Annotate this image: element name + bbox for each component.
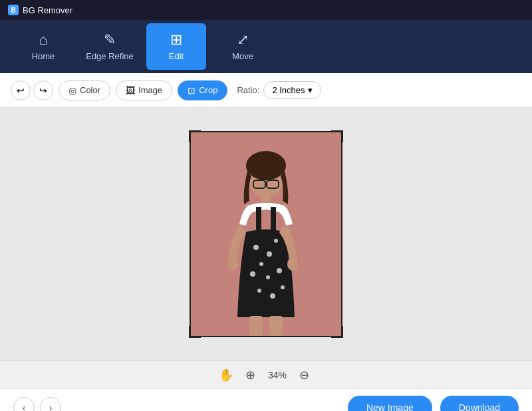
home-icon: ⌂ <box>39 33 47 47</box>
crop-button[interactable]: ⊡ Crop <box>178 80 227 100</box>
undo-button[interactable]: ↩ <box>11 80 31 100</box>
chevron-down-icon: ▾ <box>308 85 313 95</box>
crop-handle-top-left[interactable] <box>189 130 201 142</box>
nav-edit-label: Edit <box>169 51 184 61</box>
nav-edge-refine-label: Edge Refine <box>86 51 134 61</box>
image-label: Image <box>138 85 162 95</box>
crop-icon: ⊡ <box>188 85 196 96</box>
bottom-bar: ‹ › New Image Download <box>0 388 532 411</box>
title-bar: B BG Remover <box>0 0 532 20</box>
nav-home[interactable]: ⌂ Home <box>13 23 73 70</box>
image-icon: 🖼 <box>126 85 135 96</box>
app-title: BG Remover <box>23 5 72 15</box>
action-buttons: New Image Download <box>348 396 519 412</box>
edge-refine-icon: ✎ <box>104 33 116 47</box>
app-icon: B <box>8 5 19 15</box>
nav-bar: ⌂ Home ✎ Edge Refine ⊞ Edit ⤢ Move <box>0 20 532 73</box>
download-button[interactable]: Download <box>440 396 519 412</box>
nav-edit[interactable]: ⊞ Edit <box>146 23 206 70</box>
image-button[interactable]: 🖼 Image <box>116 80 172 100</box>
edit-icon: ⊞ <box>170 33 182 47</box>
crop-handle-bottom-left[interactable] <box>189 326 201 338</box>
nav-home-label: Home <box>32 51 55 61</box>
zoom-out-button[interactable]: ⊖ <box>295 366 313 384</box>
crop-handle-bottom-right[interactable] <box>331 326 343 338</box>
nav-edge-refine[interactable]: ✎ Edge Refine <box>80 23 140 70</box>
prev-button[interactable]: ‹ <box>13 397 35 412</box>
canvas-area <box>0 108 532 360</box>
move-icon: ⤢ <box>237 33 249 47</box>
zoom-bar: ✋ ⊕ 34% ⊖ <box>0 360 532 388</box>
crop-border <box>190 131 342 337</box>
color-icon: ◎ <box>68 85 76 96</box>
crop-handle-top-right[interactable] <box>331 130 343 142</box>
color-label: Color <box>80 85 100 95</box>
redo-button[interactable]: ↪ <box>33 80 53 100</box>
ratio-value: 2 Inches <box>272 85 305 95</box>
ratio-select: Ratio: 2 Inches ▾ <box>237 81 321 99</box>
toolbar: ↩ ↪ ◎ Color 🖼 Image ⊡ Crop Ratio: 2 Inch… <box>0 73 532 108</box>
color-button[interactable]: ◎ Color <box>59 80 110 100</box>
next-button[interactable]: › <box>40 397 61 412</box>
undo-redo-group: ↩ ↪ <box>11 80 53 100</box>
ratio-dropdown[interactable]: 2 Inches ▾ <box>263 81 321 99</box>
nav-move[interactable]: ⤢ Move <box>213 23 273 70</box>
hand-tool-icon[interactable]: ✋ <box>219 368 233 382</box>
new-image-button[interactable]: New Image <box>348 396 432 412</box>
nav-move-label: Move <box>232 51 253 61</box>
zoom-in-button[interactable]: ⊕ <box>241 366 260 384</box>
crop-label: Crop <box>199 85 217 95</box>
zoom-percent: 34% <box>268 370 287 380</box>
image-container <box>190 131 342 337</box>
ratio-label: Ratio: <box>237 85 259 95</box>
nav-arrows: ‹ › <box>13 397 61 412</box>
